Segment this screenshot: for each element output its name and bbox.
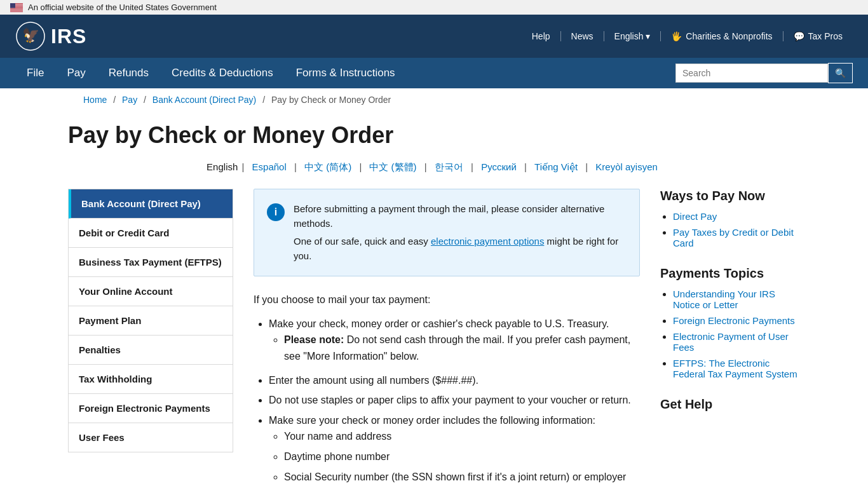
list-item: Foreign Electronic Payments [673, 315, 800, 326]
english-link[interactable]: English ▾ [604, 31, 661, 41]
credit-debit-link[interactable]: Pay Taxes by Credit or Debit Card [673, 227, 794, 248]
sub-bullet-phone: Daytime phone number [284, 449, 640, 465]
ways-to-pay-title: Ways to Pay Now [660, 189, 800, 203]
foreign-link[interactable]: Foreign Electronic Payments [673, 315, 795, 326]
payments-topics-list: Understanding Your IRS Notice or Letter … [673, 288, 800, 379]
sidebar-item-user-fees[interactable]: User Fees [69, 423, 233, 452]
lang-zh-t[interactable]: 中文 (繁體) [369, 161, 416, 172]
list-item: Electronic Payment of User Fees [673, 331, 800, 353]
bullet-1: Make your check, money order or cashier'… [269, 316, 640, 365]
page-title: Pay by Check or Money Order [68, 121, 800, 149]
sub-bullet-name: Your name and address [284, 428, 640, 445]
svg-rect-7 [10, 8, 23, 8]
ways-to-pay-section: Ways to Pay Now Direct Pay Pay Taxes by … [660, 189, 800, 248]
sidebar-item-foreign-electronic[interactable]: Foreign Electronic Payments [69, 394, 233, 423]
site-header: 🦅 IRS Help News English ▾ 🖐 Charities & … [0, 15, 868, 58]
svg-rect-8 [10, 8, 23, 9]
eagle-icon: 🦅 [15, 21, 46, 51]
svg-rect-11 [10, 10, 23, 11]
breadcrumb: Home / Pay / Bank Account (Direct Pay) /… [68, 88, 800, 111]
payments-topics-section: Payments Topics Understanding Your IRS N… [660, 266, 800, 379]
news-link[interactable]: News [561, 31, 604, 41]
breadcrumb-current: Pay by Check or Money Order [271, 95, 391, 105]
main-nav: File Pay Refunds Credits & Deductions Fo… [0, 58, 868, 88]
user-fees-link[interactable]: Electronic Payment of User Fees [673, 331, 789, 353]
lang-ht[interactable]: Kreyòl ayisyen [595, 161, 658, 172]
intro-text: If you choose to mail your tax payment: [254, 292, 640, 308]
bullet-3: Do not use staples or paper clips to aff… [269, 392, 640, 409]
breadcrumb-direct-pay[interactable]: Bank Account (Direct Pay) [153, 95, 256, 105]
header-links: Help News English ▾ 🖐 Charities & Nonpro… [522, 31, 853, 41]
charities-link[interactable]: 🖐 Charities & Nonprofits [661, 31, 783, 41]
search-input[interactable] [675, 64, 828, 83]
main-list: Make your check, money order or cashier'… [269, 316, 640, 488]
gov-banner: An official website of the United States… [0, 0, 868, 15]
search-form: 🔍 [675, 63, 853, 83]
info-box: i Before submitting a payment through th… [254, 189, 640, 276]
sidebar-item-online-account[interactable]: Your Online Account [69, 277, 233, 306]
nav-refunds[interactable]: Refunds [97, 58, 160, 88]
us-flag-icon [10, 3, 23, 12]
svg-rect-9 [10, 9, 23, 10]
svg-text:🦅: 🦅 [22, 27, 40, 44]
sidebar-item-payment-plan[interactable]: Payment Plan [69, 306, 233, 336]
get-help-title: Get Help [660, 397, 800, 412]
search-icon: 🔍 [835, 68, 846, 78]
nav-items: File Pay Refunds Credits & Deductions Fo… [15, 58, 407, 88]
notice-link[interactable]: Understanding Your IRS Notice or Letter [673, 288, 775, 310]
gov-banner-text: An official website of the United States… [28, 3, 217, 12]
nav-file[interactable]: File [15, 58, 55, 88]
eftps-link[interactable]: EFTPS: The Electronic Federal Tax Paymen… [673, 358, 797, 379]
svg-rect-10 [10, 10, 23, 10]
lang-ko[interactable]: 한국어 [435, 161, 463, 172]
direct-pay-link[interactable]: Direct Pay [673, 211, 717, 222]
bullet-1-sub: Please note: Do not send cash through th… [284, 332, 640, 364]
three-col-layout: Bank Account (Direct Pay) Debit or Credi… [68, 189, 800, 488]
list-item: Pay Taxes by Credit or Debit Card [673, 227, 800, 248]
breadcrumb-sep-2: / [144, 95, 146, 105]
breadcrumb-pay[interactable]: Pay [122, 95, 137, 105]
list-item: EFTPS: The Electronic Federal Tax Paymen… [673, 358, 800, 379]
sidebar-item-eftps[interactable]: Business Tax Payment (EFTPS) [69, 248, 233, 277]
breadcrumb-sep-1: / [113, 95, 116, 105]
info-line2: One of our safe, quick and easy electron… [294, 234, 627, 263]
tax-pros-link[interactable]: 💬 Tax Pros [783, 31, 853, 41]
ways-to-pay-list: Direct Pay Pay Taxes by Credit or Debit … [673, 211, 800, 248]
payments-topics-title: Payments Topics [660, 266, 800, 281]
sidebar-item-debit-credit[interactable]: Debit or Credit Card [69, 219, 233, 248]
get-help-section: Get Help [660, 397, 800, 412]
sub-list-1: Please note: Do not send cash through th… [284, 332, 640, 364]
nav-forms[interactable]: Forms & Instructions [285, 58, 407, 88]
main-text: If you choose to mail your tax payment: … [254, 292, 640, 488]
electronic-payment-link[interactable]: electronic payment options [431, 236, 544, 247]
search-button[interactable]: 🔍 [828, 63, 853, 83]
breadcrumb-sep-3: / [262, 95, 265, 105]
logo-area: 🦅 IRS [15, 21, 86, 51]
lang-english: English [207, 161, 238, 172]
chevron-down-icon: ▾ [646, 31, 650, 41]
list-item: Direct Pay [673, 211, 800, 222]
svg-rect-12 [10, 11, 23, 11]
lang-ru[interactable]: Русский [481, 161, 517, 172]
bullet-2: Enter the amount using all numbers ($###… [269, 372, 640, 389]
info-icon: i [267, 203, 285, 221]
info-line1: Before submitting a payment through the … [294, 202, 627, 231]
lang-zh-s[interactable]: 中文 (简体) [304, 161, 351, 172]
bullet-4: Make sure your check or money order incl… [269, 412, 640, 488]
language-bar: English | Español | 中文 (简体) | 中文 (繁體) | … [68, 161, 800, 173]
sidebar-item-penalties[interactable]: Penalties [69, 336, 233, 365]
nav-credits[interactable]: Credits & Deductions [160, 58, 285, 88]
svg-rect-13 [10, 3, 15, 8]
sidebar-item-direct-pay[interactable]: Bank Account (Direct Pay) [69, 189, 233, 219]
list-item: Understanding Your IRS Notice or Letter [673, 288, 800, 310]
breadcrumb-home[interactable]: Home [83, 95, 107, 105]
lang-espanol[interactable]: Español [252, 161, 287, 172]
right-sidebar: Ways to Pay Now Direct Pay Pay Taxes by … [660, 189, 800, 430]
left-sidebar: Bank Account (Direct Pay) Debit or Credi… [68, 189, 233, 452]
nav-pay[interactable]: Pay [55, 58, 97, 88]
irs-logo-link[interactable]: 🦅 IRS [15, 21, 86, 51]
lang-vi[interactable]: Tiếng Việt [534, 161, 578, 172]
sidebar-item-tax-withholding[interactable]: Tax Withholding [69, 365, 233, 394]
tax-pros-icon: 💬 [794, 31, 804, 41]
help-link[interactable]: Help [522, 31, 561, 41]
